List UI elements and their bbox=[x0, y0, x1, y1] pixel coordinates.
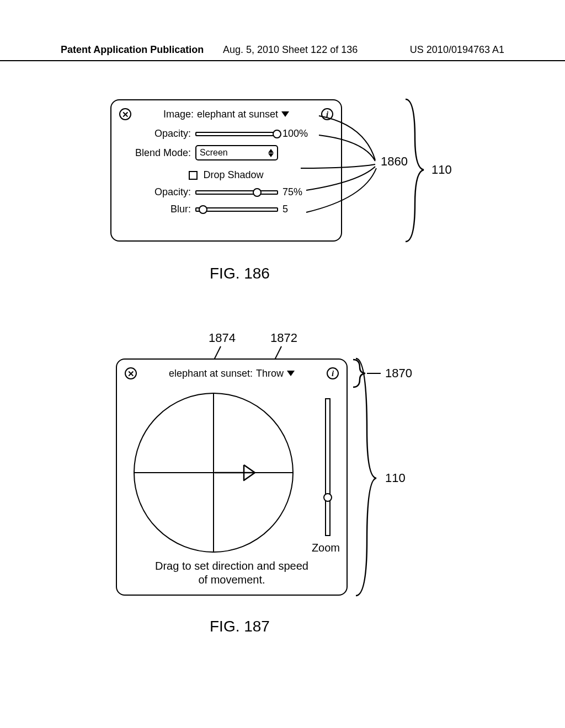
opacity2-label: Opacity: bbox=[119, 186, 191, 198]
close-icon[interactable]: ✕ bbox=[119, 108, 131, 120]
title-name: elephant at sunset: bbox=[169, 368, 253, 379]
figure-label-186: FIG. 186 bbox=[210, 265, 270, 282]
header-mid: Aug. 5, 2010 Sheet 122 of 136 bbox=[170, 44, 409, 56]
arrow-icon bbox=[214, 462, 258, 484]
info-icon[interactable]: i bbox=[321, 108, 333, 120]
panel-fig187: ✕ elephant at sunset: Throw i Zoo bbox=[116, 358, 348, 596]
blend-mode-select[interactable]: Screen bbox=[195, 145, 278, 160]
chevron-down-icon bbox=[281, 111, 289, 117]
info-icon[interactable]: i bbox=[327, 367, 339, 379]
zoom-label: Zoom bbox=[312, 542, 340, 554]
blend-value: Screen bbox=[200, 148, 228, 158]
page-header: Patent Application Publication Aug. 5, 2… bbox=[0, 44, 565, 61]
opacity1-slider[interactable] bbox=[195, 132, 278, 136]
blend-label: Blend Mode: bbox=[119, 147, 191, 159]
title-prefix: Image: bbox=[163, 109, 194, 120]
callout-1860: 1860 bbox=[381, 154, 408, 169]
header-right: US 2010/0194763 A1 bbox=[410, 44, 504, 56]
title-action: Throw bbox=[256, 368, 284, 379]
blur-slider[interactable] bbox=[195, 207, 278, 212]
callout-110-b: 110 bbox=[385, 471, 406, 485]
hint-text: Drag to set direction and speed of movem… bbox=[117, 559, 347, 587]
close-icon[interactable]: ✕ bbox=[125, 367, 137, 379]
callout-1870: 1870 bbox=[385, 366, 412, 381]
chevron-down-icon bbox=[287, 371, 295, 376]
drop-shadow-label: Drop Shadow bbox=[203, 169, 263, 181]
blur-label: Blur: bbox=[119, 204, 191, 215]
callout-110-a: 110 bbox=[431, 163, 452, 177]
callout-1874: 1874 bbox=[209, 331, 236, 345]
opacity2-value: 75% bbox=[282, 186, 302, 198]
opacity2-slider[interactable] bbox=[195, 190, 278, 195]
zoom-slider[interactable] bbox=[323, 398, 332, 536]
direction-control[interactable] bbox=[134, 393, 294, 553]
stepper-icon bbox=[268, 149, 274, 157]
drop-shadow-checkbox[interactable] bbox=[189, 171, 198, 180]
opacity1-value: 100% bbox=[282, 128, 308, 140]
panel-fig186: ✕ Image: elephant at sunset i Opacity: 1… bbox=[110, 99, 342, 242]
title-name: elephant at sunset bbox=[197, 109, 278, 120]
panel-title-dropdown[interactable]: elephant at sunset: Throw bbox=[169, 368, 295, 379]
panel-title-dropdown[interactable]: Image: elephant at sunset bbox=[163, 109, 289, 120]
blur-value: 5 bbox=[282, 204, 288, 215]
callout-1872: 1872 bbox=[270, 331, 297, 345]
opacity1-label: Opacity: bbox=[119, 128, 191, 140]
figure-label-187: FIG. 187 bbox=[210, 618, 270, 635]
